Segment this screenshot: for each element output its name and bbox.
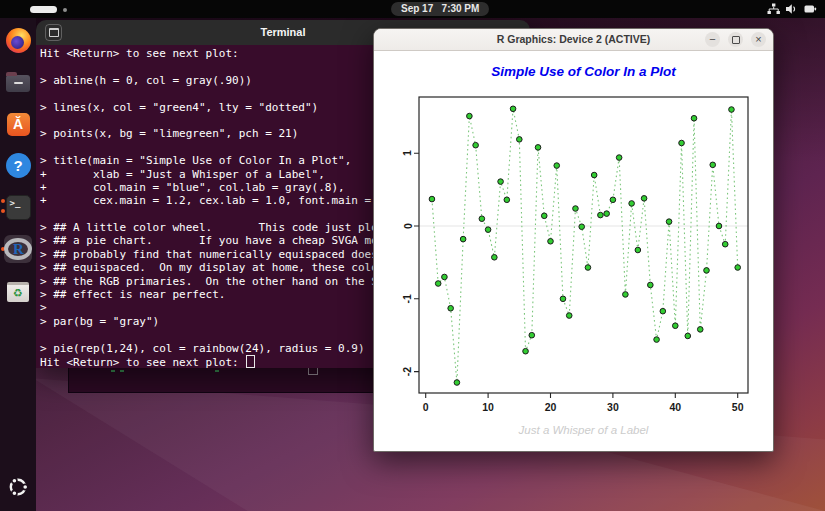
x-tick-label: 50 [732, 401, 744, 413]
data-point [722, 241, 728, 247]
dock-item-help[interactable]: ? [4, 151, 32, 179]
data-point [460, 236, 466, 242]
terminal-icon: >_ [6, 195, 31, 220]
data-point [554, 163, 560, 169]
workspace-pill [30, 6, 57, 13]
data-point [673, 323, 679, 329]
y-tick-label: -1 [402, 294, 414, 303]
data-point [510, 106, 516, 112]
data-point [641, 196, 647, 202]
data-point [541, 213, 547, 219]
data-point [566, 313, 572, 319]
r-icon: R [4, 235, 32, 263]
plot-xlabel: Just a Whisper of a Label [518, 424, 649, 436]
data-point [648, 282, 654, 288]
data-point [579, 224, 585, 230]
data-point [442, 274, 448, 280]
data-point [517, 137, 523, 143]
data-point [735, 265, 741, 271]
data-point [467, 113, 473, 119]
data-point [591, 172, 597, 178]
clipped-plot-remnant [120, 370, 124, 372]
firefox-icon [6, 28, 31, 53]
plot-frame [419, 97, 748, 393]
dock-item-files[interactable] [4, 68, 32, 96]
data-point [716, 223, 722, 229]
close-icon: × [755, 32, 761, 47]
ubuntu-logo-icon [6, 475, 30, 499]
data-point [523, 348, 529, 354]
data-point [604, 211, 610, 217]
data-point [429, 196, 435, 202]
data-point [629, 201, 635, 207]
x-tick-label: 30 [607, 401, 619, 413]
firefox-globe [11, 36, 24, 49]
trash-icon: ♻ [7, 282, 29, 302]
data-point [498, 179, 504, 185]
data-point [529, 332, 535, 338]
maximize-icon [732, 36, 740, 44]
data-point [560, 296, 566, 302]
plot-title: Simple Use of Color In a Plot [491, 64, 676, 79]
data-point [585, 265, 591, 271]
clipped-plot-remnant [215, 370, 219, 372]
x-tick-label: 10 [482, 401, 494, 413]
running-indicator [1, 209, 5, 213]
data-point [623, 292, 629, 298]
data-point [479, 216, 485, 222]
data-point [610, 197, 616, 203]
minimize-icon: − [709, 32, 715, 47]
terminal-cursor [246, 355, 255, 368]
help-icon: ? [6, 153, 31, 178]
data-point [685, 333, 691, 339]
data-point [691, 115, 697, 121]
data-point [535, 145, 541, 151]
minimize-button[interactable]: − [705, 32, 720, 47]
r-icon-letter: R [13, 241, 24, 258]
maximize-button[interactable] [728, 32, 743, 47]
data-point [704, 268, 710, 274]
data-point [485, 227, 491, 233]
data-point [598, 212, 604, 218]
volume-icon [786, 3, 798, 15]
data-point [679, 140, 685, 146]
folder-icon [6, 75, 30, 92]
data-point [729, 107, 735, 113]
data-point [635, 247, 641, 253]
data-point [435, 281, 441, 287]
battery-icon [804, 3, 817, 15]
dock-item-trash[interactable]: ♻ [4, 277, 32, 305]
dock-item-firefox[interactable] [4, 26, 32, 54]
data-point [616, 155, 622, 161]
r-graphics-titlebar[interactable]: R Graphics: Device 2 (ACTIVE) − × [374, 29, 773, 51]
data-point [473, 142, 479, 148]
y-tick-label: 1 [402, 150, 414, 156]
close-button[interactable]: × [751, 32, 766, 47]
system-status-menu[interactable] [767, 3, 817, 15]
dock-item-software[interactable]: Ă [4, 110, 32, 138]
data-point [654, 337, 660, 343]
data-point [548, 238, 554, 244]
data-point [504, 197, 510, 203]
y-tick-label: 0 [402, 223, 414, 229]
x-tick-label: 0 [423, 401, 429, 413]
dock-item-terminal[interactable]: >_ [4, 193, 32, 221]
dock-item-ubuntu-desktop[interactable] [4, 473, 32, 501]
data-point [454, 380, 460, 386]
x-tick-label: 20 [545, 401, 557, 413]
data-point [492, 255, 498, 261]
r-graphics-window: R Graphics: Device 2 (ACTIVE) − × 010203… [373, 28, 774, 452]
top-bar: Sep 17 7:30 PM [0, 0, 825, 18]
workspace-dot [63, 8, 67, 12]
desktop: Terminal Hit <Return> to see next plot:>… [0, 0, 825, 511]
clock-button[interactable]: Sep 17 7:30 PM [391, 2, 489, 16]
data-point [448, 305, 454, 311]
dock-item-r[interactable]: R [4, 235, 32, 263]
clipped-plot-remnant [111, 370, 115, 372]
data-point [697, 327, 703, 333]
dock: Ă ? >_ R ♻ [0, 18, 36, 511]
network-icon [767, 3, 780, 15]
series-line [432, 109, 738, 383]
data-point [666, 219, 672, 225]
window-controls: − × [705, 32, 766, 47]
